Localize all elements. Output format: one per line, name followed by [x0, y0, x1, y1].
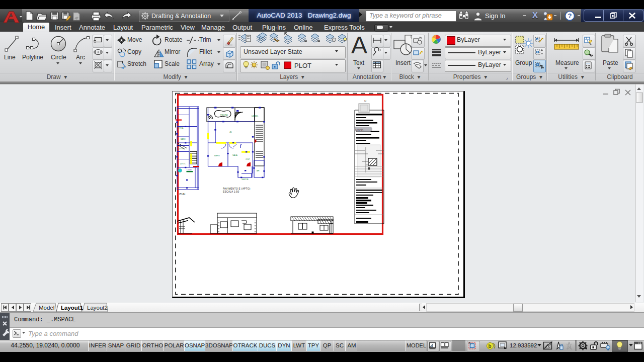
svg-text:COZ: COZ [246, 158, 250, 160]
svg-text:M: M [364, 100, 366, 103]
svg-text:VESTIB: VESTIB [242, 178, 249, 180]
svg-text:BH: BH [257, 170, 260, 172]
svg-text:QTO A: QTO A [178, 127, 184, 129]
svg-text:(RUA): (RUA) [179, 193, 186, 195]
svg-text:Web: Web [355, 128, 364, 132]
svg-text:SALA: SALA [232, 154, 237, 156]
svg-text:Layout2: Layout2 [87, 305, 108, 311]
svg-text:?: ? [568, 12, 572, 20]
svg-text:QTO C: QTO C [180, 163, 186, 165]
svg-text:Model: Model [39, 305, 54, 311]
svg-text:QTO B: QTO B [178, 148, 184, 150]
svg-text:ESCALA 1:50: ESCALA 1:50 [223, 191, 239, 193]
svg-text:1.100: 1.100 [187, 168, 192, 171]
svg-text:REPO: REPO [214, 155, 220, 157]
svg-text:JD: JD [229, 131, 232, 133]
svg-text:LAVAND.: LAVAND. [252, 115, 259, 117]
svg-text:PAVIMENTO E (APTO): PAVIMENTO E (APTO) [223, 188, 251, 190]
svg-text:PISCINA: PISCINA [220, 114, 228, 116]
svg-text:Layout1: Layout1 [61, 305, 84, 311]
svg-text:BANH: BANH [181, 138, 186, 140]
